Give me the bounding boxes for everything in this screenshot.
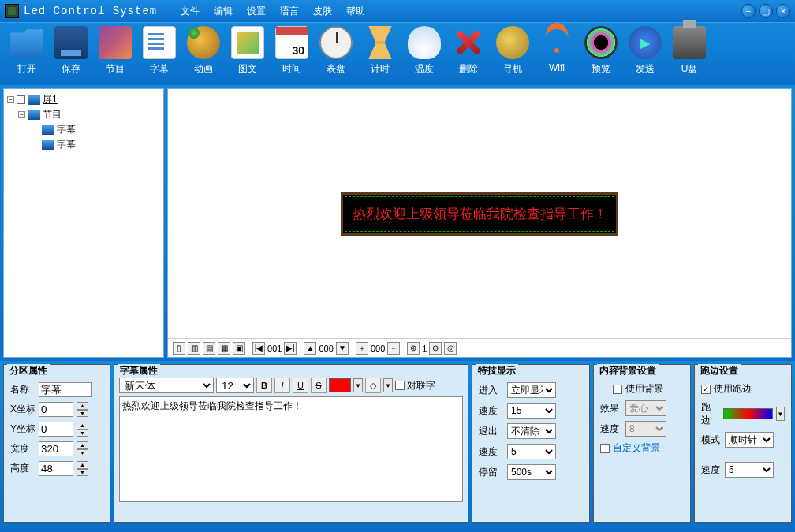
effect-speed1-select[interactable]: 15 [507,403,556,419]
tb-preview[interactable]: 预览 [580,26,621,82]
text-color-swatch[interactable] [329,378,351,392]
toolbar: 打开 保存 节目 字幕 动画 图文 时间 表盘 计时 温度 删除 寻机 Wifi… [0,22,795,85]
spinner[interactable]: ▲▼ [77,422,88,437]
down-icon[interactable]: ▼ [336,342,349,355]
layout-3-icon[interactable]: ▤ [203,342,215,355]
minimize-button[interactable]: − [741,4,756,18]
panel-title: 跑边设置 [698,364,741,378]
up-icon[interactable]: ▲ [304,342,316,355]
spinner[interactable]: ▲▼ [77,402,88,417]
collapse-icon[interactable]: − [18,111,25,118]
tree-subtitle-2[interactable]: 字幕 [7,137,160,152]
layout-2-icon[interactable]: ▥ [188,342,200,355]
menu-bar: 文件 编辑 设置 语言 皮肤 帮助 [181,5,365,18]
strike-button[interactable]: S [311,378,327,393]
program-icon [99,26,132,59]
zoom-out-icon[interactable]: ⊖ [429,342,442,355]
menu-skin[interactable]: 皮肤 [313,5,332,18]
effect-out-select[interactable]: 不清除 [507,423,556,439]
tb-temperature[interactable]: 温度 [404,26,445,82]
usb-icon [673,26,706,59]
tb-open[interactable]: 打开 [6,26,47,82]
tb-animation[interactable]: 动画 [183,26,224,82]
layout-1-icon[interactable]: ▯ [173,342,185,355]
symbol-button[interactable]: ◇ [365,378,381,393]
led-sign-preview[interactable]: 热烈欢迎上级领导莅临我院检查指导工作！ [341,192,618,236]
border-panel: 跑边设置 使用跑边 跑边▼ 模式顺时针 速度5 [694,364,792,523]
tb-send[interactable]: 发送 [625,26,666,82]
tb-wifi[interactable]: Wifi [536,26,577,82]
symbol-dropdown-icon[interactable]: ▼ [383,378,393,392]
tb-save[interactable]: 保存 [50,26,91,82]
custom-bg-link[interactable]: 自定义背景 [613,441,660,455]
project-tree[interactable]: − 屏1 − 节目 字幕 字幕 [3,88,164,358]
preview-controls: ▯ ▥ ▤ ▦ ▣ |◀ 001 ▶| ▲ 000 ▼ ＋ 000 － ⊕ 1 … [168,338,791,357]
layout-5-icon[interactable]: ▣ [233,342,245,355]
zoom-in-icon[interactable]: ⊕ [407,342,420,355]
subtitle-textarea[interactable]: 热烈欢迎上级领导莅临我院检查指导工作！ [119,396,463,502]
border-style-swatch[interactable] [723,408,773,419]
zone-name-input[interactable] [39,382,92,397]
close-button[interactable]: × [776,4,790,18]
wifi-icon [540,26,573,59]
use-border-checkbox[interactable] [701,385,711,394]
panel-title: 分区属性 [7,364,50,378]
program-node-icon [28,110,40,120]
save-icon [54,26,88,59]
delete-icon [452,26,485,59]
tree-subtitle-1[interactable]: 字幕 [7,122,160,137]
size-select[interactable]: 12 [216,378,254,393]
tree-program[interactable]: − 节目 [7,107,160,122]
first-icon[interactable]: |◀ [252,342,265,355]
effect-stop-select[interactable]: 500s [507,464,556,480]
plus-icon[interactable]: ＋ [356,342,368,355]
menu-settings[interactable]: 设置 [247,5,266,18]
use-bg-checkbox[interactable] [613,385,622,394]
layout-4-icon[interactable]: ▦ [218,342,230,355]
checkbox[interactable] [17,95,25,104]
color-dropdown-icon[interactable]: ▼ [353,378,363,392]
tb-clock[interactable]: 表盘 [315,26,356,82]
border-mode-select[interactable]: 顺时针 [725,432,774,448]
menu-edit[interactable]: 编辑 [214,5,233,18]
tb-search[interactable]: 寻机 [492,26,533,82]
menu-help[interactable]: 帮助 [346,5,365,18]
tb-delete[interactable]: 删除 [448,26,489,82]
panel-title: 特技显示 [476,364,518,378]
spinner[interactable]: ▲▼ [77,461,88,476]
send-icon [629,26,662,59]
zone-h-input[interactable] [39,461,73,476]
tb-timer[interactable]: 计时 [360,26,401,82]
zone-w-input[interactable] [39,441,73,456]
border-dropdown-icon[interactable]: ▼ [776,407,785,421]
title-bar: Led Control System 文件 编辑 设置 语言 皮肤 帮助 − ▢… [0,0,795,22]
collapse-icon[interactable]: − [7,96,14,103]
effect-speed2-select[interactable]: 5 [507,444,556,459]
italic-button[interactable]: I [274,378,290,393]
bold-button[interactable]: B [256,378,272,393]
preview-canvas[interactable]: 热烈欢迎上级领导莅临我院检查指导工作！ [168,89,791,338]
minus-icon[interactable]: － [387,342,400,355]
picture-icon [231,26,264,59]
zone-x-input[interactable] [39,402,73,417]
target-icon[interactable]: ◎ [444,342,457,355]
spinner[interactable]: ▲▼ [77,441,88,456]
tb-subtitle[interactable]: 字幕 [139,26,180,82]
maximize-button[interactable]: ▢ [759,4,773,18]
font-select[interactable]: 新宋体 [119,378,214,393]
tb-picture[interactable]: 图文 [227,26,268,82]
border-speed-select[interactable]: 5 [725,462,774,478]
tree-screen[interactable]: − 屏1 [7,92,160,107]
underline-button[interactable]: U [293,378,308,393]
menu-language[interactable]: 语言 [280,5,299,18]
zone-y-input[interactable] [39,422,73,437]
pair-checkbox[interactable] [395,381,405,390]
effect-in-select[interactable]: 立即显示 [507,382,556,398]
menu-file[interactable]: 文件 [181,5,200,18]
tb-time[interactable]: 时间 [271,26,312,82]
tb-program[interactable]: 节目 [95,26,136,82]
tb-usb[interactable]: U盘 [669,26,710,82]
effect-panel: 特技显示 进入立即显示 速度15 退出不清除 速度5 停留500s [472,364,590,523]
custom-bg-checkbox[interactable] [600,444,610,453]
last-icon[interactable]: ▶| [284,342,297,355]
